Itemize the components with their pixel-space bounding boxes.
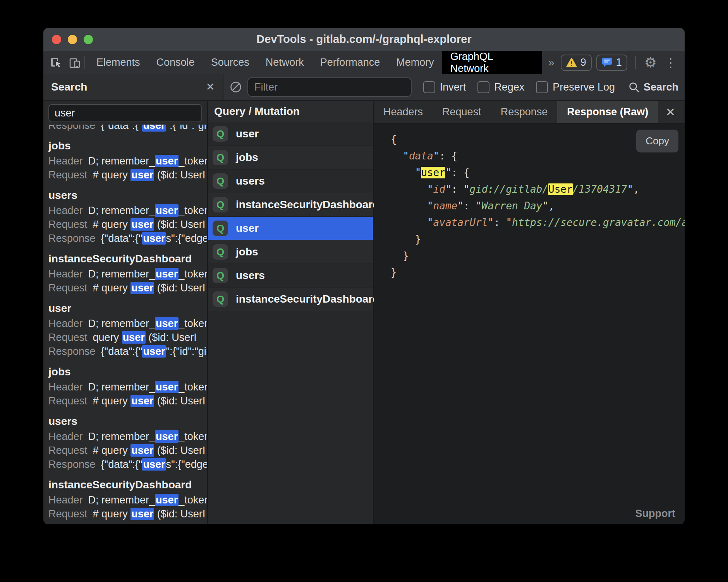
- issues-badge[interactable]: 1: [596, 55, 627, 71]
- search-result-line[interactable]: Request# query user ($id: UserI: [48, 217, 207, 231]
- search-result-line[interactable]: Request# query user ($id: UserI: [48, 507, 207, 521]
- close-search-icon[interactable]: ✕: [206, 82, 215, 92]
- json-token: ": [488, 217, 494, 228]
- json-token: }: [391, 267, 397, 278]
- json-line: "name": "Warren Day",: [391, 198, 685, 214]
- query-item-label: instanceSecurityDashboard: [236, 293, 379, 305]
- result-text: s":{"edges: [166, 233, 207, 244]
- query-list-item[interactable]: QinstanceSecurityDashboard: [208, 288, 373, 311]
- search-match-highlight: user: [142, 125, 166, 132]
- result-line-label: Header: [48, 381, 83, 393]
- response-subtabs: HeadersRequestResponseResponse (Raw) ✕: [374, 101, 685, 123]
- search-input[interactable]: [48, 104, 202, 122]
- search-result-line[interactable]: HeaderD; remember_user_token=e: [48, 493, 207, 507]
- tab-memory[interactable]: Memory: [388, 51, 442, 74]
- json-token: {: [391, 134, 397, 145]
- search-panel-title: Search: [51, 81, 87, 93]
- search-result-line[interactable]: Response{"data":{"users":{"edges: [48, 457, 207, 471]
- json-token: avatarUrl: [433, 217, 488, 228]
- result-text: D; remember_: [88, 431, 155, 442]
- checkbox-box[interactable]: [423, 81, 435, 93]
- checkbox-preserve-log[interactable]: Preserve Log: [536, 81, 615, 93]
- json-token: https://secure.gravatar.com/avatar: [512, 217, 685, 228]
- result-line-label: Header: [48, 431, 83, 442]
- checkbox-label: Invert: [440, 81, 466, 93]
- search-result-line[interactable]: HeaderD; remember_user_token=e: [48, 317, 207, 330]
- copy-button[interactable]: Copy: [636, 130, 678, 152]
- subtab-request[interactable]: Request: [433, 101, 491, 123]
- search-result-line[interactable]: Response{"data":{"users":{"edges: [48, 231, 207, 245]
- more-tabs-chevron[interactable]: »: [542, 56, 561, 69]
- json-token: : {: [439, 150, 457, 162]
- warnings-badge[interactable]: 9: [561, 55, 592, 71]
- json-token: ": [427, 200, 433, 212]
- checkbox-invert[interactable]: Invert: [423, 81, 466, 93]
- search-result-line[interactable]: HeaderD; remember_user_token=e: [48, 204, 207, 217]
- checkbox-label: Preserve Log: [553, 81, 615, 93]
- tab-performance[interactable]: Performance: [312, 51, 388, 74]
- checkbox-box[interactable]: [477, 81, 489, 93]
- result-text: # query: [93, 395, 131, 407]
- tab-graphql-network[interactable]: GraphQL Network: [442, 51, 542, 74]
- result-text: D; remember_: [88, 318, 155, 329]
- query-list-item[interactable]: Quser: [208, 122, 373, 146]
- json-line: "id": "gid://gitlab/User/13704317",: [391, 181, 685, 198]
- zoom-window-button[interactable]: [84, 35, 93, 44]
- close-detail-icon[interactable]: ✕: [666, 101, 685, 123]
- search-result-line[interactable]: HeaderD; remember_user_token=e: [48, 430, 207, 443]
- search-result-line[interactable]: Request# query user ($id: UserI: [48, 168, 207, 182]
- search-result-line[interactable]: HeaderD; remember_user_token=e: [48, 154, 207, 168]
- checkbox-box[interactable]: [536, 81, 548, 93]
- result-line-label: Response: [48, 459, 96, 470]
- subtab-headers[interactable]: Headers: [374, 101, 433, 123]
- tab-console[interactable]: Console: [148, 51, 203, 74]
- filter-input[interactable]: [247, 77, 412, 97]
- result-section-title: instanceSecurityDashboard: [48, 477, 207, 493]
- result-text: _token=e: [179, 381, 207, 393]
- query-list-item[interactable]: Qusers: [208, 264, 373, 288]
- close-window-button[interactable]: [52, 35, 61, 44]
- subtab-response-raw-[interactable]: Response (Raw): [557, 101, 658, 123]
- result-line-label: Request: [48, 332, 88, 343]
- search-match-highlight: user: [155, 494, 179, 506]
- search-match-highlight: user: [155, 430, 179, 443]
- subtab-response[interactable]: Response: [491, 101, 558, 123]
- json-line: "user": {: [391, 164, 685, 181]
- tab-elements[interactable]: Elements: [88, 51, 148, 74]
- kebab-menu-icon[interactable]: ⋮: [662, 56, 685, 69]
- result-text: D; remember_: [88, 494, 155, 506]
- search-results-list: Response{"data":{"user":{"id":"gidjobsHe…: [43, 125, 207, 524]
- title-bar: DevTools - gitlab.com/-/graphql-explorer: [43, 28, 685, 51]
- search-result-line[interactable]: Request# query user ($id: UserI: [48, 443, 207, 457]
- json-line: }: [391, 264, 685, 281]
- search-result-line[interactable]: HeaderD; remember_user_token=e: [48, 267, 207, 281]
- search-result-line[interactable]: Response{"data":{"user":{"id":"gid: [48, 344, 207, 358]
- query-list-item[interactable]: QinstanceSecurityDashboard: [208, 193, 373, 217]
- search-result-line[interactable]: Response{"data":{"user":{"id":"gid: [48, 125, 207, 132]
- raw-response-viewer: Copy { "data": { "user": { "id": "gid://…: [374, 123, 685, 524]
- query-list-item[interactable]: Qjobs: [208, 240, 373, 264]
- result-line-label: Header: [48, 155, 83, 167]
- tab-sources[interactable]: Sources: [203, 51, 258, 74]
- query-list-item[interactable]: Qjobs: [208, 146, 373, 169]
- query-list-header: Query / Mutation: [208, 101, 373, 122]
- settings-gear-icon[interactable]: ⚙: [639, 56, 662, 70]
- device-toolbar-icon[interactable]: [68, 56, 81, 69]
- search-match-highlight-yellow: user: [421, 167, 445, 178]
- search-result-line[interactable]: HeaderD; remember_user_token=e: [48, 380, 207, 394]
- search-match-highlight: user: [142, 345, 166, 358]
- search-result-line[interactable]: Requestquery user ($id: UserI: [48, 330, 207, 344]
- tab-network[interactable]: Network: [258, 51, 312, 74]
- support-link[interactable]: Support: [635, 508, 675, 520]
- result-text: _token=e: [179, 155, 207, 167]
- search-result-line[interactable]: Request# query user ($id: UserI: [48, 281, 207, 295]
- search-toggle[interactable]: Search: [628, 81, 678, 93]
- query-list-item[interactable]: Qusers: [208, 169, 373, 193]
- checkbox-regex[interactable]: Regex: [477, 81, 524, 93]
- query-list-item-selected[interactable]: Quser: [208, 217, 373, 240]
- clear-log-icon[interactable]: [230, 81, 242, 93]
- inspect-element-icon[interactable]: [50, 56, 63, 69]
- minimize-window-button[interactable]: [68, 35, 77, 44]
- search-result-line[interactable]: Request# query user ($id: UserI: [48, 394, 207, 408]
- result-text: ($id: UserI: [154, 445, 205, 456]
